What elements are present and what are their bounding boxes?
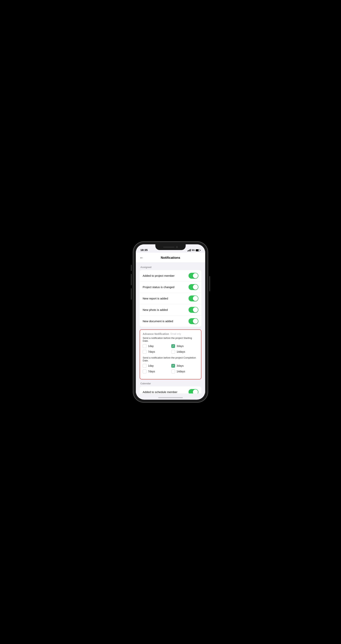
mute-button[interactable] [131, 265, 132, 271]
calendar-section: Calendar Added to schedule member [136, 380, 205, 394]
checkbox-starting-14days[interactable] [171, 350, 175, 354]
completion-date-options: 1day 3days 7days 14days [143, 364, 198, 373]
checkbox-label-starting-3days: 3days [176, 344, 184, 348]
network-type: 5G [192, 249, 195, 252]
item-label-new-report: New report is added [143, 297, 168, 300]
assigned-list: Added to project member Project status i… [140, 270, 202, 327]
checkbox-label-starting-1day: 1day [148, 344, 154, 348]
front-camera [176, 246, 178, 248]
item-label-added-project: Added to project member [143, 274, 174, 277]
signal-bar-2 [188, 250, 189, 251]
checkbox-label-completion-7days: 7days [148, 370, 155, 373]
phone-screen: 18:35 5G ← Notifications [136, 244, 205, 400]
completion-date-desc: Send a notification before the project C… [143, 356, 198, 362]
home-indicator[interactable] [158, 397, 183, 398]
speaker [163, 246, 174, 248]
advance-notification-header: Advance Notification Email only [143, 332, 198, 336]
advance-notification-section: Advance Notification Email only Send a n… [140, 330, 202, 380]
checkbox-completion-3days[interactable] [171, 364, 175, 368]
battery-fill [196, 250, 198, 251]
list-item: Project status is changed [140, 282, 202, 293]
checkbox-label-starting-7days: 7days [148, 350, 155, 353]
back-button[interactable]: ← [140, 255, 145, 261]
list-item: New photo is added [140, 304, 202, 316]
checkbox-item[interactable]: 7days [143, 350, 170, 354]
scroll-content: Assigned Added to project member Project… [136, 263, 205, 394]
item-label-new-photo: New photo is added [143, 308, 168, 312]
checkbox-label-completion-1day: 1day [148, 364, 154, 367]
starting-date-desc: Send a notification before the project S… [143, 336, 198, 342]
list-item: Added to project member [140, 270, 202, 282]
checkbox-item[interactable]: 14days [171, 350, 198, 354]
advance-notification-title: Advance Notification [143, 332, 169, 336]
checkbox-item[interactable]: 14days [171, 370, 198, 373]
battery-icon [196, 249, 200, 251]
checkbox-item[interactable]: 3days [171, 344, 198, 348]
volume-down-button[interactable] [131, 288, 132, 300]
status-time: 18:35 [140, 248, 148, 252]
item-label-added-schedule: Added to schedule member [143, 390, 177, 394]
starting-date-options: 1day 3days 7days 14days [143, 344, 198, 354]
checkbox-item[interactable]: 1day [143, 344, 170, 348]
checkbox-starting-1day[interactable] [143, 344, 146, 348]
checkbox-completion-7days[interactable] [143, 370, 146, 373]
checkbox-item[interactable]: 3days [171, 364, 198, 368]
signal-bar-3 [189, 250, 190, 251]
toggle-new-report[interactable] [188, 296, 198, 301]
toggle-new-document[interactable] [188, 318, 198, 324]
notch [155, 244, 186, 250]
page-title: Notifications [145, 256, 196, 260]
list-item: New report is added [140, 293, 202, 304]
checkbox-label-starting-14days: 14days [176, 350, 185, 353]
toggle-project-status[interactable] [188, 284, 198, 290]
list-item: New document is added [140, 316, 202, 327]
signal-strength-icon [187, 249, 191, 251]
item-label-new-document: New document is added [143, 320, 173, 323]
checkbox-completion-1day[interactable] [143, 364, 146, 368]
assigned-section: Assigned Added to project member Project… [136, 263, 205, 327]
status-icons: 5G [187, 249, 200, 252]
toggle-added-project[interactable] [188, 273, 198, 278]
checkbox-starting-7days[interactable] [143, 350, 146, 354]
list-item: Added to schedule member [140, 386, 202, 394]
volume-up-button[interactable] [131, 274, 132, 285]
phone-device: 18:35 5G ← Notifications [134, 242, 208, 402]
calendar-section-title: Calendar [140, 382, 202, 385]
nav-bar: ← Notifications [136, 253, 205, 263]
signal-bar-4 [190, 249, 191, 251]
calendar-list: Added to schedule member [140, 386, 202, 394]
toggle-added-schedule[interactable] [188, 389, 198, 394]
advance-notification-subtitle: Email only [170, 332, 181, 335]
battery-tip [200, 250, 200, 251]
item-label-project-status: Project status is changed [143, 286, 174, 289]
checkbox-item[interactable]: 1day [143, 364, 170, 368]
checkbox-label-completion-3days: 3days [176, 364, 184, 367]
signal-bar-1 [187, 250, 188, 251]
checkbox-label-completion-14days: 14days [176, 370, 185, 373]
checkbox-item[interactable]: 7days [143, 370, 170, 373]
checkbox-completion-14days[interactable] [171, 370, 175, 373]
checkbox-starting-3days[interactable] [171, 344, 175, 348]
toggle-new-photo[interactable] [188, 307, 198, 313]
battery-body [196, 249, 200, 251]
power-button[interactable] [209, 276, 210, 291]
assigned-section-title: Assigned [140, 266, 202, 268]
